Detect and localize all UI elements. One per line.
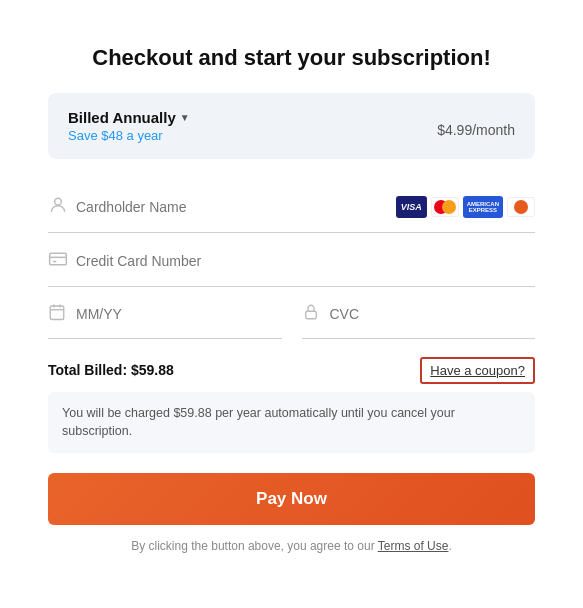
pay-button[interactable]: Pay Now <box>48 473 535 525</box>
amex-icon: AMERICANEXPRESS <box>463 196 503 218</box>
svg-rect-1 <box>50 253 67 265</box>
person-icon <box>48 195 76 220</box>
svg-rect-4 <box>50 306 64 320</box>
billing-label[interactable]: Billed Annually ▼ <box>68 109 190 126</box>
checkout-container: Checkout and start your subscription! Bi… <box>20 20 563 577</box>
card-icon <box>48 249 76 274</box>
expiry-input[interactable] <box>76 306 282 322</box>
expiry-field[interactable] <box>48 291 282 339</box>
card-icons: VISA AMERICANEXPRESS <box>396 196 535 218</box>
info-text: You will be charged $59.88 per year auto… <box>62 404 521 442</box>
billing-info: Billed Annually ▼ Save $48 a year <box>68 109 190 143</box>
svg-rect-8 <box>305 311 316 319</box>
chevron-down-icon: ▼ <box>180 112 190 123</box>
expiry-cvc-row <box>48 291 535 343</box>
info-box: You will be charged $59.88 per year auto… <box>48 392 535 454</box>
billing-price: $4.99/month <box>437 110 515 142</box>
lock-icon <box>302 303 330 326</box>
visa-icon: VISA <box>396 196 427 218</box>
cvc-field[interactable] <box>302 291 536 339</box>
total-row: Total Billed: $59.88 Have a coupon? <box>48 343 535 392</box>
page-title: Checkout and start your subscription! <box>48 44 535 73</box>
cvc-input[interactable] <box>330 306 536 322</box>
billing-save: Save $48 a year <box>68 128 190 143</box>
calendar-icon <box>48 303 76 326</box>
svg-point-0 <box>55 198 62 205</box>
billing-card[interactable]: Billed Annually ▼ Save $48 a year $4.99/… <box>48 93 535 159</box>
discover-icon <box>507 197 535 217</box>
card-number-field[interactable] <box>48 237 535 287</box>
card-number-input[interactable] <box>76 253 535 269</box>
cardholder-input[interactable] <box>76 199 396 215</box>
cardholder-field[interactable]: VISA AMERICANEXPRESS <box>48 183 535 233</box>
coupon-link[interactable]: Have a coupon? <box>420 357 535 384</box>
total-label: Total Billed: $59.88 <box>48 362 174 378</box>
terms-link[interactable]: Terms of Use <box>378 539 449 553</box>
mastercard-icon <box>431 197 459 217</box>
terms-text: By clicking the button above, you agree … <box>48 539 535 553</box>
